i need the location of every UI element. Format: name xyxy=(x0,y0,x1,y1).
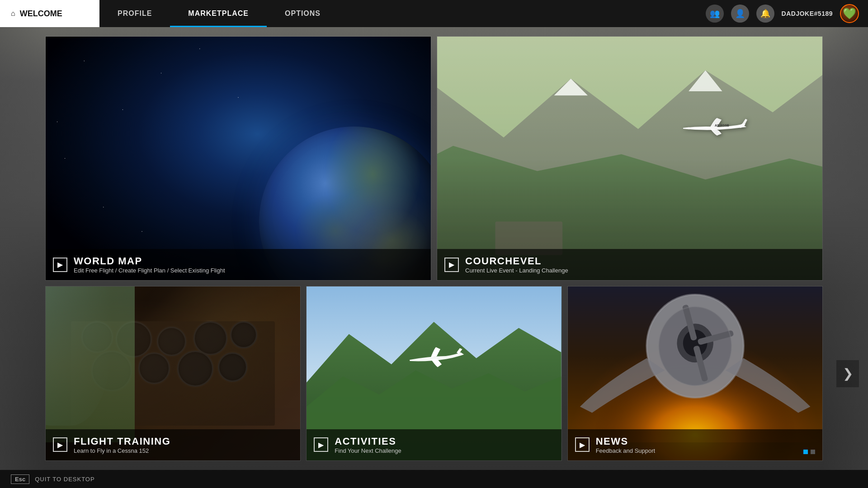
tab-options[interactable]: OPTIONS xyxy=(267,0,339,27)
news-label: ▶ NEWS Feedback and Support xyxy=(568,429,822,460)
world-map-label: ▶ WORLD MAP Edit Free Flight / Create Fl… xyxy=(46,249,431,280)
courchevel-subtitle: Current Live Event - Landing Challenge xyxy=(465,267,568,274)
activities-label: ▶ ACTIVITIES Find Your Next Challenge xyxy=(307,429,561,460)
top-cards-row: ▶ WORLD MAP Edit Free Flight / Create Fl… xyxy=(45,36,823,281)
courchevel-label: ▶ COURCHEVEL Current Live Event - Landin… xyxy=(437,249,822,280)
courchevel-arrow-icon: ▶ xyxy=(444,258,459,272)
world-map-subtitle: Edit Free Flight / Create Flight Plan / … xyxy=(74,267,225,274)
news-arrow-icon: ▶ xyxy=(575,437,590,452)
tab-profile[interactable]: PROFILE xyxy=(99,0,170,27)
quit-to-desktop-label[interactable]: QUIT TO DESKTOP xyxy=(35,476,95,483)
footer: Esc QUIT TO DESKTOP xyxy=(0,470,868,488)
welcome-label: WELCOME xyxy=(20,9,62,19)
profile-button[interactable]: 👤 xyxy=(731,5,749,23)
group-button[interactable]: 👥 xyxy=(706,5,724,23)
courchevel-title: COURCHEVEL xyxy=(465,255,568,267)
top-navigation: ⌂ WELCOME PROFILE MARKETPLACE OPTIONS 👥 … xyxy=(0,0,868,27)
courchevel-card[interactable]: AS-XGSB ▶ COURCHEVEL Current Live Event … xyxy=(437,36,823,281)
flight-training-title: FLIGHT TRAINING xyxy=(74,436,170,447)
welcome-tab[interactable]: ⌂ WELCOME xyxy=(0,0,99,27)
news-text: NEWS Feedback and Support xyxy=(596,436,656,454)
pagination-dots xyxy=(803,450,815,454)
flight-training-arrow-icon: ▶ xyxy=(53,437,67,452)
world-map-text: WORLD MAP Edit Free Flight / Create Flig… xyxy=(74,255,225,274)
courchevel-text: COURCHEVEL Current Live Event - Landing … xyxy=(465,255,568,274)
escape-key-label: Esc xyxy=(11,474,29,484)
username-display: DADJOKE#5189 xyxy=(782,10,833,17)
courchevel-plane: AS-XGSB xyxy=(674,110,764,146)
flight-training-text: FLIGHT TRAINING Learn to Fly in a Cessna… xyxy=(74,436,170,454)
profile-icon: 👤 xyxy=(735,9,745,19)
notification-button[interactable]: 🔔 xyxy=(756,5,774,23)
avatar-icon: 💚 xyxy=(843,7,856,20)
house-icon: ⌂ xyxy=(11,9,15,18)
svg-text:AS-XGSB: AS-XGSB xyxy=(715,124,729,127)
activities-text: ACTIVITIES Find Your Next Challenge xyxy=(335,436,401,454)
world-map-arrow-icon: ▶ xyxy=(53,258,67,272)
nav-right-area: 👥 👤 🔔 DADJOKE#5189 💚 xyxy=(697,0,868,27)
flight-training-card[interactable]: ▶ FLIGHT TRAINING Learn to Fly in a Cess… xyxy=(45,286,301,461)
activities-card[interactable]: ▶ ACTIVITIES Find Your Next Challenge xyxy=(306,286,561,461)
activities-title: ACTIVITIES xyxy=(335,436,401,447)
tab-marketplace[interactable]: MARKETPLACE xyxy=(170,0,267,27)
activities-subtitle: Find Your Next Challenge xyxy=(335,447,401,454)
activities-arrow-icon: ▶ xyxy=(314,437,328,452)
chevron-right-icon: ❯ xyxy=(843,366,853,381)
main-content: ▶ WORLD MAP Edit Free Flight / Create Fl… xyxy=(0,27,868,470)
world-map-title: WORLD MAP xyxy=(74,255,225,267)
bell-icon: 🔔 xyxy=(760,9,770,19)
group-icon: 👥 xyxy=(710,9,720,19)
news-card[interactable]: ▶ NEWS Feedback and Support xyxy=(567,286,823,461)
world-map-card[interactable]: ▶ WORLD MAP Edit Free Flight / Create Fl… xyxy=(45,36,431,281)
bottom-cards-row: ▶ FLIGHT TRAINING Learn to Fly in a Cess… xyxy=(45,286,823,461)
nav-tabs: PROFILE MARKETPLACE OPTIONS xyxy=(99,0,697,27)
pagination-dot-2[interactable] xyxy=(811,450,815,454)
flight-training-subtitle: Learn to Fly in a Cessna 152 xyxy=(74,447,170,454)
courchevel-overlay xyxy=(437,37,822,280)
flight-training-label: ▶ FLIGHT TRAINING Learn to Fly in a Cess… xyxy=(46,429,300,460)
news-title: NEWS xyxy=(596,436,656,447)
pagination-dot-1[interactable] xyxy=(803,450,808,454)
news-subtitle: Feedback and Support xyxy=(596,447,656,454)
world-map-background xyxy=(46,37,431,280)
courchevel-background: AS-XGSB xyxy=(437,37,822,280)
carousel-next-button[interactable]: ❯ xyxy=(836,360,859,387)
avatar[interactable]: 💚 xyxy=(840,4,859,23)
